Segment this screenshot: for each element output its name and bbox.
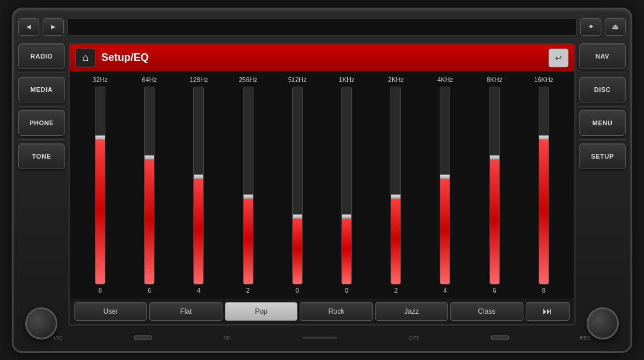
phone-button[interactable]: PHONE xyxy=(18,110,65,136)
radio-button[interactable]: RADIO xyxy=(18,43,65,69)
sd-port xyxy=(134,335,152,340)
eq-slider-thumb-2 xyxy=(193,174,204,179)
eq-slider-track-8 xyxy=(489,87,500,284)
eq-freq-label-7: 4KHz xyxy=(432,76,458,83)
tone-button[interactable]: TONE xyxy=(18,143,65,169)
right-knob-area xyxy=(587,307,619,340)
eq-slider-value-5: 0 xyxy=(345,287,348,294)
bottom-bar xyxy=(302,337,337,339)
eq-area: 32Hz64Hz128Hz256Hz512Hz1KHz2KHz4KHz8KHz1… xyxy=(70,71,574,299)
nav-button[interactable]: NAV xyxy=(579,43,626,69)
eq-slider-track-4 xyxy=(292,87,303,284)
screen-title: Setup/EQ xyxy=(101,52,543,64)
home-button[interactable]: ⌂ xyxy=(76,49,95,67)
next-track-button[interactable]: ⏭ xyxy=(526,302,570,321)
eq-slider-track-2 xyxy=(193,87,204,284)
eq-labels: 32Hz64Hz128Hz256Hz512Hz1KHz2KHz4KHz8KHz1… xyxy=(76,76,568,83)
eq-slider-thumb-6 xyxy=(390,194,401,199)
eq-slider-value-6: 2 xyxy=(394,287,398,294)
left-knob-area xyxy=(25,307,57,340)
eq-freq-label-5: 1KHz xyxy=(334,76,359,83)
eq-slider-thumb-8 xyxy=(489,155,500,160)
screen-header: ⌂ Setup/EQ ↩ xyxy=(70,44,574,71)
eq-slider-5[interactable]: 0 xyxy=(334,87,359,294)
eq-freq-label-6: 2KHz xyxy=(383,76,409,83)
eq-slider-2[interactable]: 4 xyxy=(186,87,211,294)
preset-btn-pop[interactable]: Pop xyxy=(225,302,297,321)
eq-freq-label-1: 64Hz xyxy=(136,76,162,83)
right-buttons: NAV DISC MENU SETUP xyxy=(579,43,626,325)
eq-freq-label-4: 512Hz xyxy=(285,76,310,83)
brightness-button[interactable]: ✦ xyxy=(580,18,601,36)
eq-slider-8[interactable]: 6 xyxy=(482,87,508,294)
eq-slider-1[interactable]: 6 xyxy=(136,87,162,294)
eq-slider-track-9 xyxy=(539,87,549,284)
left-buttons: RADIO MEDIA PHONE TONE xyxy=(18,43,65,325)
back-button[interactable]: ↩ xyxy=(549,49,568,67)
eq-freq-label-0: 32Hz xyxy=(87,76,113,83)
sd-label: SD xyxy=(223,335,231,341)
eq-slider-thumb-5 xyxy=(341,214,352,219)
eq-freq-label-9: 16KHz xyxy=(531,76,557,83)
eq-slider-thumb-3 xyxy=(243,194,254,199)
eq-slider-fill-4 xyxy=(293,215,302,284)
gps-label: GPS xyxy=(409,335,420,341)
preset-btn-class[interactable]: Class xyxy=(450,302,523,321)
eq-slider-fill-9 xyxy=(539,136,549,284)
eject-button[interactable]: ⏏ xyxy=(605,18,626,36)
eq-slider-fill-8 xyxy=(490,156,499,283)
preset-btn-jazz[interactable]: Jazz xyxy=(375,302,448,321)
top-strip: ◄ ► ✦ ⏏ xyxy=(18,14,626,40)
bottom-strip: MIC SD GPS RES xyxy=(18,329,626,347)
disc-button[interactable]: DISC xyxy=(579,77,626,102)
eq-slider-thumb-0 xyxy=(95,135,105,140)
eq-slider-9[interactable]: 8 xyxy=(531,87,557,294)
eq-slider-value-0: 8 xyxy=(98,287,102,294)
menu-button[interactable]: MENU xyxy=(579,110,626,136)
eq-freq-label-2: 128Hz xyxy=(186,76,211,83)
eq-slider-value-7: 4 xyxy=(443,287,447,294)
eq-slider-fill-3 xyxy=(244,195,253,283)
left-knob[interactable] xyxy=(25,307,57,340)
eq-slider-thumb-1 xyxy=(144,155,155,160)
eq-slider-track-1 xyxy=(144,87,155,284)
eq-slider-value-3: 2 xyxy=(246,287,250,294)
eq-slider-track-7 xyxy=(440,87,450,284)
eq-freq-label-8: 8KHz xyxy=(482,76,508,83)
main-area: RADIO MEDIA PHONE TONE ⌂ Setup/EQ ↩ 32Hz… xyxy=(18,43,626,325)
eq-slider-fill-5 xyxy=(342,215,351,284)
next-button[interactable]: ► xyxy=(43,18,64,36)
eq-sliders: 8642002468 xyxy=(76,87,568,294)
eq-freq-label-3: 256Hz xyxy=(235,76,261,83)
setup-button[interactable]: SETUP xyxy=(579,143,626,169)
head-unit: ◄ ► ✦ ⏏ RADIO MEDIA PHONE TONE ⌂ Setup/E… xyxy=(12,8,632,353)
eq-slider-3[interactable]: 2 xyxy=(235,87,261,294)
eq-slider-fill-2 xyxy=(194,176,203,284)
preset-btn-rock[interactable]: Rock xyxy=(300,302,372,321)
eq-slider-6[interactable]: 2 xyxy=(383,87,409,294)
eq-slider-fill-7 xyxy=(440,176,450,284)
preset-btn-flat[interactable]: Flat xyxy=(149,302,222,321)
eq-slider-value-4: 0 xyxy=(296,287,299,294)
eq-slider-thumb-7 xyxy=(440,174,450,179)
preset-buttons: UserFlatPopRockJazzClass⏭ xyxy=(70,299,574,324)
eq-slider-thumb-9 xyxy=(539,135,549,140)
eq-slider-track-6 xyxy=(390,87,401,284)
eq-slider-track-5 xyxy=(341,87,352,284)
eq-slider-value-8: 6 xyxy=(493,287,496,294)
eq-slider-value-2: 4 xyxy=(197,287,200,294)
eq-slider-0[interactable]: 8 xyxy=(87,87,113,294)
media-button[interactable]: MEDIA xyxy=(18,77,65,102)
preset-btn-user[interactable]: User xyxy=(74,302,147,321)
eq-slider-fill-0 xyxy=(95,136,105,284)
right-knob[interactable] xyxy=(587,307,619,340)
eq-slider-track-3 xyxy=(243,87,254,284)
eq-slider-7[interactable]: 4 xyxy=(432,87,458,294)
top-display xyxy=(67,18,577,36)
eq-slider-value-1: 6 xyxy=(148,287,151,294)
eq-slider-4[interactable]: 0 xyxy=(285,87,310,294)
res-port xyxy=(491,335,509,340)
prev-button[interactable]: ◄ xyxy=(18,18,39,36)
eq-slider-value-9: 8 xyxy=(542,287,546,294)
eq-slider-thumb-4 xyxy=(292,214,303,219)
